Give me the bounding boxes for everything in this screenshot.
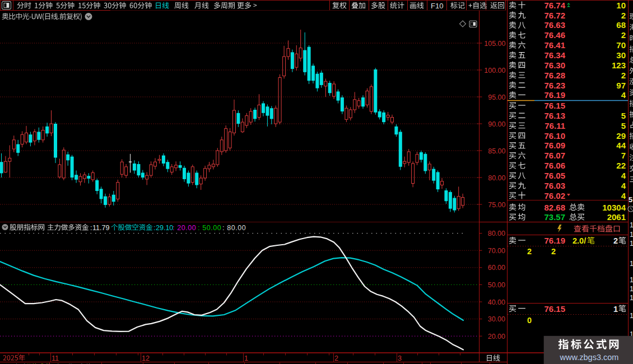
svg-text:76.63: 76.63 [544, 20, 565, 30]
svg-text:30.00: 30.00 [488, 315, 505, 323]
svg-text:44: 44 [616, 141, 626, 150]
svg-text:105.00: 105.00 [484, 40, 505, 48]
svg-text:1: 1 [630, 240, 633, 248]
svg-text:82.68: 82.68 [544, 203, 565, 212]
svg-text:20.00: 20.00 [488, 333, 505, 340]
svg-text:50.00: 50.00 [488, 281, 505, 289]
svg-text:1: 1 [613, 305, 618, 314]
svg-text:76.09: 76.09 [544, 141, 565, 150]
svg-text:123: 123 [612, 60, 626, 70]
svg-text:2: 2 [621, 71, 626, 80]
svg-text:2: 2 [621, 30, 626, 40]
svg-text:4: 4 [621, 90, 626, 100]
svg-text:95.00: 95.00 [488, 94, 505, 101]
svg-text:11.79: 11.79 [92, 224, 109, 232]
svg-text:2: 2 [621, 11, 626, 20]
svg-text:1: 1 [630, 285, 633, 293]
svg-text:75.00: 75.00 [488, 201, 505, 209]
svg-text:2: 2 [551, 247, 556, 256]
svg-text:76.03: 76.03 [544, 181, 565, 190]
svg-text:90.00: 90.00 [488, 120, 505, 128]
svg-text:2: 2 [613, 236, 618, 245]
svg-text:7: 7 [621, 151, 626, 160]
svg-text:3: 3 [398, 354, 402, 362]
svg-text:80.00: 80.00 [488, 230, 505, 237]
svg-text:1: 1 [630, 221, 633, 229]
svg-text:100.00: 100.00 [484, 67, 505, 74]
svg-text:5: 5 [621, 121, 626, 130]
svg-text:76.05: 76.05 [544, 171, 565, 180]
svg-text:2.0/: 2.0/ [573, 236, 586, 245]
svg-text:10: 10 [616, 1, 626, 10]
svg-text:76.34: 76.34 [544, 50, 565, 60]
svg-text:2: 2 [527, 247, 532, 256]
svg-text:4: 4 [621, 191, 626, 200]
svg-text:76.15: 76.15 [544, 101, 565, 110]
svg-text:76.28: 76.28 [544, 71, 565, 80]
svg-text:4: 4 [621, 181, 626, 190]
svg-text:29.10: 29.10 [156, 224, 173, 232]
svg-text:70.00: 70.00 [488, 247, 505, 255]
svg-text:97: 97 [616, 81, 626, 90]
svg-text:76.10: 76.10 [544, 131, 565, 141]
svg-text:40.00: 40.00 [488, 298, 505, 306]
svg-text:76.02: 76.02 [544, 191, 565, 200]
svg-text:12: 12 [142, 354, 150, 362]
svg-text:2061: 2061 [607, 212, 626, 222]
svg-text:1: 1 [630, 276, 633, 284]
svg-text:10304: 10304 [602, 203, 626, 212]
svg-text:76.46: 76.46 [544, 30, 565, 40]
svg-text::: : [153, 224, 155, 232]
svg-text:11: 11 [52, 354, 59, 362]
svg-text:76.15: 76.15 [544, 304, 565, 314]
svg-text:76.19: 76.19 [544, 90, 565, 100]
svg-text:0: 0 [527, 316, 532, 325]
svg-text::: : [90, 224, 92, 232]
svg-text:73.57: 73.57 [544, 212, 565, 222]
svg-text:76.41: 76.41 [544, 40, 565, 50]
svg-text:F10: F10 [431, 2, 443, 10]
svg-text:30: 30 [616, 50, 626, 60]
svg-text:85.00: 85.00 [488, 147, 505, 155]
svg-text:22: 22 [616, 161, 626, 170]
svg-text:1: 1 [630, 260, 633, 268]
svg-text:1: 1 [630, 312, 633, 320]
svg-text:70: 70 [616, 40, 626, 50]
svg-text:76.11: 76.11 [544, 121, 565, 130]
svg-text:4: 4 [621, 171, 626, 180]
svg-text:80.00: 80.00 [488, 174, 505, 182]
svg-text:1: 1 [630, 231, 633, 239]
svg-text:1: 1 [244, 354, 248, 362]
svg-text:76.72: 76.72 [544, 11, 565, 20]
svg-text:76.23: 76.23 [544, 81, 565, 90]
svg-text:: 80.00: : 80.00 [222, 224, 246, 232]
svg-text:76.74: 76.74 [544, 1, 565, 10]
svg-text:5: 5 [629, 195, 632, 204]
svg-text:www.zbgs3.com: www.zbgs3.com [560, 353, 619, 362]
svg-text:: 20.00: : 20.00 [173, 224, 196, 232]
svg-text:5: 5 [621, 111, 626, 120]
svg-text:68: 68 [616, 20, 626, 30]
svg-text:2: 2 [334, 354, 338, 362]
svg-text:: 50.00: : 50.00 [198, 224, 221, 232]
svg-text:29: 29 [616, 131, 626, 141]
svg-text:76.30: 76.30 [544, 60, 565, 70]
svg-text:1: 1 [630, 294, 633, 302]
svg-text:76.06: 76.06 [544, 161, 565, 170]
svg-text:76.19: 76.19 [544, 236, 565, 245]
svg-text:76.13: 76.13 [544, 111, 565, 120]
svg-text:76.07: 76.07 [544, 151, 565, 160]
svg-text:60.00: 60.00 [488, 264, 505, 272]
